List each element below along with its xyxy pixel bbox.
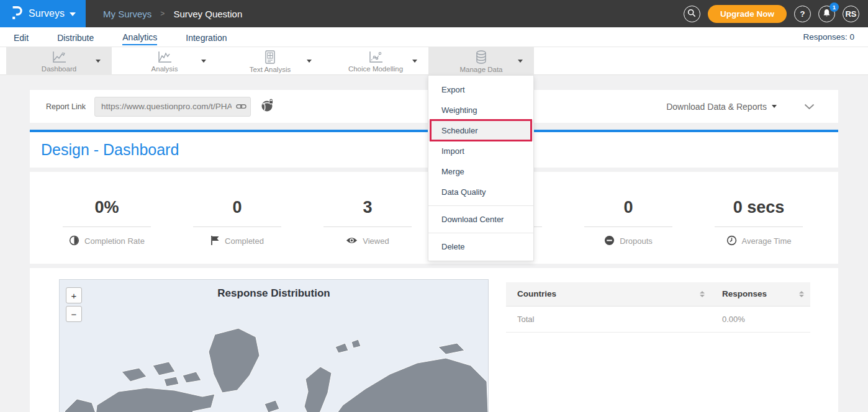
stat-value: 0	[232, 198, 242, 220]
stat-completed: 0 Completed	[172, 172, 302, 264]
tab-label: Text Analysis	[250, 66, 291, 73]
eye-icon	[346, 236, 358, 246]
menu-item-scheduler[interactable]: Scheduler	[428, 120, 533, 141]
total-value-cell: 0.00%	[711, 306, 810, 332]
menu-item-data-quality[interactable]: Data Quality	[428, 182, 533, 202]
chevron-down-icon	[70, 12, 76, 16]
stat-label: Dropouts	[620, 236, 653, 246]
nav-item-edit[interactable]: Edit	[14, 30, 29, 45]
download-data-reports-dropdown[interactable]: Download Data & Reports	[666, 102, 777, 112]
divider	[193, 226, 281, 227]
search-icon	[687, 9, 696, 19]
stat-label: Viewed	[363, 236, 389, 246]
globe-lock-icon[interactable]	[261, 99, 274, 115]
report-link-input[interactable]	[94, 97, 251, 117]
nav-item-integration[interactable]: Integration	[186, 30, 227, 45]
chevron-down-icon[interactable]	[201, 60, 206, 63]
sort-icon[interactable]	[799, 291, 804, 297]
stat-value: 3	[363, 198, 372, 220]
upgrade-now-button[interactable]: Upgrade Now	[708, 5, 787, 23]
line-chart-icon	[51, 50, 67, 64]
menu-item-weighting[interactable]: Weighting	[428, 100, 533, 120]
help-button[interactable]: ?	[794, 6, 811, 22]
clock-icon	[726, 235, 737, 248]
stat-dropouts: 0 Dropouts	[563, 172, 694, 264]
chevron-down-icon	[772, 105, 777, 108]
tab-analysis[interactable]: Analysis	[112, 47, 217, 75]
countries-table: Countries Responses Total 0.00%	[506, 282, 810, 333]
nav-item-distribute[interactable]: Distribute	[57, 30, 94, 45]
column-header-countries[interactable]: Countries	[506, 282, 711, 306]
menu-item-import[interactable]: Import	[428, 141, 533, 161]
map-zoom-in-button[interactable]: +	[66, 287, 82, 303]
menu-item-export[interactable]: Export	[428, 79, 533, 100]
tab-text-analysis[interactable]: Text Analysis	[217, 47, 323, 75]
notifications-button[interactable]: 1	[818, 6, 835, 22]
tab-label: Manage Data	[459, 66, 502, 73]
breadcrumb: My Surveys > Survey Question	[103, 9, 242, 19]
menu-divider	[428, 233, 533, 233]
column-label: Responses	[722, 289, 767, 298]
tab-label: Dashboard	[42, 65, 76, 73]
responses-count: Responses: 0	[803, 32, 854, 42]
survey-nav: Edit Distribute Analytics Integration Re…	[0, 27, 868, 47]
tab-dashboard[interactable]: Dashboard	[6, 47, 112, 75]
sort-icon[interactable]	[700, 291, 705, 297]
database-icon	[474, 50, 489, 65]
stat-label: Average Time	[742, 236, 792, 246]
geo-section: + − Response Distribution	[30, 268, 838, 412]
top-header: Surveys My Surveys > Survey Question Upg…	[0, 0, 868, 27]
tab-label: Choice Modelling	[348, 65, 403, 73]
questionpro-logo-icon	[10, 4, 24, 23]
divider	[715, 226, 803, 227]
search-button[interactable]	[684, 6, 700, 22]
chevron-down-icon[interactable]	[518, 60, 523, 63]
response-distribution-map[interactable]: + − Response Distribution	[59, 279, 489, 412]
notification-count-badge: 1	[830, 2, 839, 12]
page-title: Design - Dashboard	[41, 141, 179, 159]
world-map	[60, 312, 489, 412]
chevron-down-icon[interactable]	[307, 60, 312, 63]
link-icon[interactable]	[236, 102, 246, 114]
breadcrumb-my-surveys[interactable]: My Surveys	[103, 9, 151, 19]
chevron-down-icon[interactable]	[412, 60, 417, 63]
avatar[interactable]: RS	[843, 6, 859, 22]
stat-value: 0 secs	[733, 198, 785, 220]
menu-item-download-center[interactable]: Download Center	[428, 209, 533, 230]
manage-data-menu: Export Weighting Scheduler Import Merge …	[428, 75, 534, 261]
stat-viewed: 3 Viewed	[302, 172, 433, 264]
header-actions: Upgrade Now ? 1 RS	[684, 5, 868, 23]
nav-item-analytics[interactable]: Analytics	[122, 29, 157, 45]
stat-value: 0%	[94, 198, 119, 220]
stat-average-time: 0 secs Average Time	[694, 172, 824, 264]
column-label: Countries	[517, 289, 556, 298]
column-header-responses[interactable]: Responses	[711, 282, 810, 306]
tab-label: Analysis	[151, 65, 178, 73]
stat-label: Completed	[225, 236, 264, 246]
flag-icon	[210, 235, 220, 248]
minus-circle-icon	[604, 235, 615, 248]
text-document-icon	[263, 50, 277, 65]
divider	[584, 226, 672, 227]
menu-item-delete[interactable]: Delete	[428, 236, 533, 257]
menu-divider	[428, 205, 533, 206]
product-switcher[interactable]: Surveys	[0, 0, 86, 27]
total-label-cell: Total	[506, 306, 711, 332]
chevron-down-icon[interactable]	[96, 60, 101, 63]
tab-choice-modelling[interactable]: Choice Modelling	[323, 47, 428, 75]
tab-manage-data[interactable]: Manage Data	[428, 47, 534, 75]
collapse-chevron-icon[interactable]	[804, 101, 815, 112]
breadcrumb-separator: >	[160, 9, 165, 18]
report-link-label: Report Link	[46, 102, 86, 111]
table-row: Total 0.00%	[506, 306, 810, 332]
map-zoom-out-button[interactable]: −	[66, 306, 82, 322]
menu-item-merge[interactable]: Merge	[428, 161, 533, 182]
divider	[63, 226, 151, 227]
analytics-toolbar: Dashboard Analysis	[0, 47, 868, 75]
download-data-reports-label: Download Data & Reports	[666, 102, 767, 112]
breadcrumb-current: Survey Question	[173, 9, 242, 19]
avatar-initials: RS	[845, 9, 856, 19]
stat-label: Completion Rate	[84, 236, 145, 246]
line-chart-icon	[156, 50, 173, 64]
questionpro-analytics-page: Surveys My Surveys > Survey Question Upg…	[0, 0, 868, 412]
